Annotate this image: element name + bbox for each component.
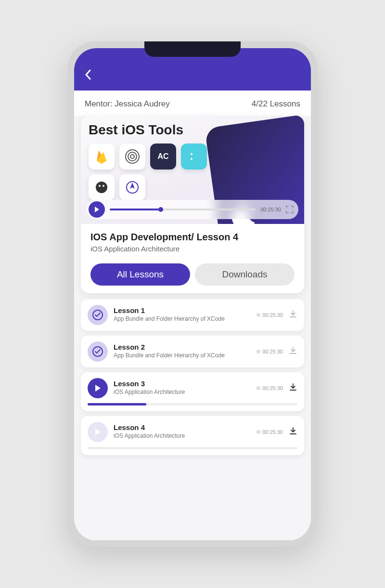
back-button[interactable]	[85, 69, 91, 82]
lesson-progress-bar	[88, 403, 297, 405]
tabs-row: All Lessons Downloads	[81, 259, 304, 293]
lesson-duration: 00:25:30	[257, 349, 283, 354]
fullscreen-button[interactable]	[286, 206, 294, 213]
lesson-status-icon	[88, 341, 108, 362]
lesson-status-icon	[88, 378, 108, 398]
lesson-item[interactable]: Lesson 1App Bundle and Folder Hierarchy …	[81, 299, 304, 331]
teal-tool-icon	[181, 144, 207, 170]
appcode-icon: AC	[150, 144, 176, 170]
phone-frame: Mentor: Jessica Audrey 4/22 Lessons Best…	[67, 41, 318, 547]
lesson-meta: 00:25:30	[257, 310, 297, 320]
svg-point-4	[191, 158, 192, 160]
circle-tool-icon	[119, 144, 145, 170]
play-icon	[93, 428, 102, 436]
video-card: Best iOS Tools AC	[81, 116, 304, 293]
phone-notch	[144, 41, 241, 57]
video-progress-bar[interactable]	[110, 209, 256, 210]
lesson-meta: 00:25:30	[257, 346, 297, 357]
svg-point-2	[130, 155, 134, 158]
download-icon	[289, 383, 297, 392]
download-icon	[289, 310, 297, 318]
phone-screen: Mentor: Jessica Audrey 4/22 Lessons Best…	[74, 48, 311, 540]
ladybug-icon	[89, 174, 115, 200]
lesson-name: Lesson 4	[114, 423, 251, 431]
lessons-progress-label: 4/22 Lessons	[252, 99, 300, 109]
lesson-description: App Bundle and Folder Hierarchy of XCode	[114, 352, 251, 360]
lesson-meta: 00:25:30	[257, 427, 297, 437]
expand-icon	[286, 206, 294, 213]
svg-point-3	[191, 153, 192, 155]
lessons-list: Lesson 1App Bundle and Folder Hierarchy …	[74, 299, 311, 455]
play-icon	[93, 384, 102, 392]
lesson-duration: 00:25:30	[257, 385, 283, 391]
compass-tool-icon	[119, 174, 145, 200]
download-button[interactable]	[289, 427, 297, 437]
tab-all-lessons[interactable]: All Lessons	[90, 263, 190, 286]
lesson-item[interactable]: Lesson 3iOS Application Architecture00:2…	[81, 372, 304, 411]
content-area: Mentor: Jessica Audrey 4/22 Lessons Best…	[74, 91, 311, 540]
lesson-duration: 00:25:30	[257, 312, 283, 318]
lesson-text: Lesson 3iOS Application Architecture	[114, 379, 251, 396]
checkmark-circle-icon	[92, 346, 103, 357]
checkmark-circle-icon	[92, 309, 103, 321]
course-header: IOS App Development/ Lesson 4 iOS Applic…	[81, 224, 304, 259]
download-button[interactable]	[289, 310, 297, 320]
course-subtitle: iOS Application Architecture	[90, 245, 295, 253]
lesson-name: Lesson 1	[114, 306, 251, 314]
svg-point-7	[103, 185, 104, 187]
tools-icon-grid: AC	[89, 144, 214, 200]
lesson-name: Lesson 3	[114, 379, 251, 388]
lesson-item[interactable]: Lesson 2App Bundle and Folder Hierarchy …	[81, 336, 304, 367]
lesson-description: iOS Application Architecture	[114, 389, 251, 396]
progress-fill	[110, 209, 161, 210]
chevron-left-icon	[85, 69, 91, 80]
svg-point-1	[128, 152, 137, 161]
play-icon	[93, 206, 100, 213]
lesson-text: Lesson 4iOS Application Architecture	[114, 423, 251, 440]
lesson-item[interactable]: Lesson 4iOS Application Architecture00:2…	[81, 416, 304, 455]
lesson-meta: 00:25:30	[257, 383, 297, 393]
svg-point-6	[99, 185, 101, 187]
play-button[interactable]	[89, 201, 105, 218]
firebase-icon	[89, 144, 115, 170]
lesson-progress-bar	[88, 447, 297, 449]
lesson-status-icon	[88, 422, 108, 442]
mentor-label: Mentor: Jessica Audrey	[85, 99, 170, 109]
video-controls: 00:25:30	[87, 200, 298, 219]
info-row: Mentor: Jessica Audrey 4/22 Lessons	[74, 91, 311, 116]
lesson-status-icon	[88, 305, 108, 325]
progress-handle[interactable]	[158, 207, 163, 212]
lesson-name: Lesson 2	[114, 343, 251, 351]
lesson-duration: 00:25:30	[257, 429, 283, 435]
download-button[interactable]	[289, 383, 297, 393]
download-icon	[289, 346, 297, 355]
lesson-description: App Bundle and Folder Hierarchy of XCode	[114, 315, 251, 323]
course-title: IOS App Development/ Lesson 4	[90, 232, 295, 243]
tab-downloads[interactable]: Downloads	[195, 263, 295, 286]
download-icon	[289, 427, 297, 435]
svg-point-5	[96, 182, 107, 193]
lesson-text: Lesson 2App Bundle and Folder Hierarchy …	[114, 343, 251, 360]
download-button[interactable]	[289, 346, 297, 357]
video-timestamp: 00:25:30	[260, 207, 281, 212]
lesson-description: iOS Application Architecture	[114, 432, 251, 440]
video-thumbnail[interactable]: Best iOS Tools AC	[81, 116, 304, 224]
lesson-text: Lesson 1App Bundle and Folder Hierarchy …	[114, 306, 251, 323]
